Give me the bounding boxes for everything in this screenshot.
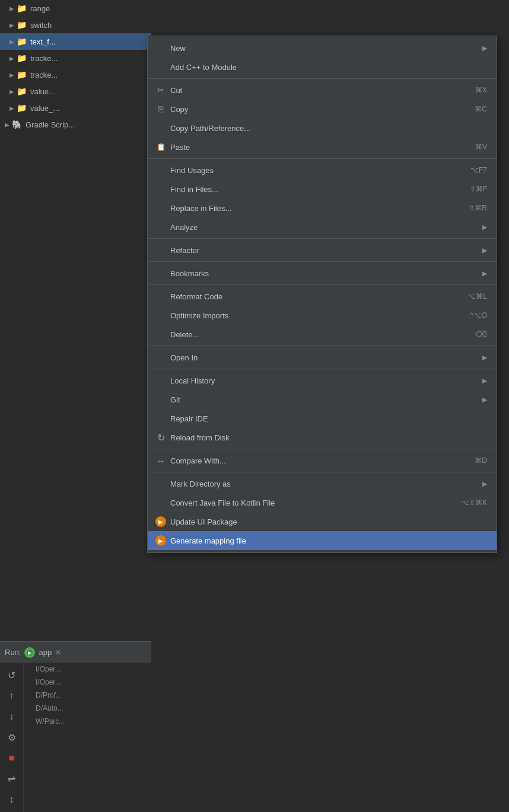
expand-arrow: ▶ (9, 72, 14, 78)
close-button[interactable]: ✕ (55, 648, 61, 657)
expand-arrow: ▶ (9, 39, 14, 45)
tree-item-switch[interactable]: ▶ 📁 switch (0, 17, 151, 33)
menu-item-delete[interactable]: Delete... ⌫ (148, 325, 497, 344)
submenu-arrow: ▶ (482, 377, 487, 385)
log-area: ↺ ↑ ↓ ⚙ ■ ⇌ ↕ I/Oper... I/Oper... D/Prof… (0, 663, 151, 812)
menu-item-cut[interactable]: ✂ Cut ⌘X (148, 81, 497, 100)
convert-shortcut: ⌥⇧⌘K (461, 498, 487, 507)
menu-item-copy-path[interactable]: Copy Path/Reference... (148, 119, 497, 138)
separator (148, 261, 497, 262)
copy-shortcut: ⌘C (475, 105, 487, 113)
folder-icon: 📁 (17, 37, 27, 46)
menu-item-refactor[interactable]: Refactor ▶ (148, 241, 497, 260)
menu-item-analyze-label: Analyze (170, 223, 478, 232)
menu-item-generate-mapping[interactable]: ▶ Generate mapping file (148, 531, 497, 550)
compare-shortcut: ⌘D (475, 456, 487, 465)
menu-item-paste[interactable]: 📋 Paste ⌘V (148, 138, 497, 156)
menu-item-analyze[interactable]: Analyze ▶ (148, 218, 497, 236)
submenu-arrow: ▶ (482, 396, 487, 404)
tree-item-label: range (30, 4, 50, 13)
scroll-down-button[interactable]: ↓ (4, 709, 20, 725)
menu-item-bookmarks[interactable]: Bookmarks ▶ (148, 264, 497, 283)
menu-item-bookmarks-label: Bookmarks (170, 269, 478, 278)
menu-item-replace-in-files[interactable]: Replace in Files... ⇧⌘R (148, 199, 497, 218)
paste-icon: 📋 (155, 143, 167, 151)
separator (148, 346, 497, 346)
menu-item-git[interactable]: Git ▶ (148, 390, 497, 409)
run-bar: Run: ▶ app ✕ (0, 641, 151, 663)
folder-icon: 📁 (17, 87, 27, 96)
menu-item-new[interactable]: New ▶ (148, 39, 497, 57)
tree-item-value2[interactable]: ▶ 📁 value_... (0, 100, 151, 116)
menu-item-compare-label: Compare With... (170, 456, 465, 465)
tree-item-gradle[interactable]: ▶ 🐘 Gradle Scrip... (0, 116, 151, 133)
menu-item-add-cpp[interactable]: Add C++ to Module (148, 57, 497, 76)
separator (148, 449, 497, 449)
menu-item-convert-java[interactable]: Convert Java File to Kotlin File ⌥⇧⌘K (148, 493, 497, 512)
menu-item-convert-label: Convert Java File to Kotlin File (170, 498, 451, 507)
menu-item-replace-label: Replace in Files... (170, 204, 459, 213)
submenu-arrow: ▶ (482, 270, 487, 277)
scroll-up-button[interactable]: ↑ (4, 688, 20, 704)
cut-icon: ✂ (155, 85, 167, 95)
menu-item-reformat-code[interactable]: Reformat Code ⌥⌘L (148, 287, 497, 306)
menu-item-local-history[interactable]: Local History ▶ (148, 371, 497, 390)
run-label: Run: (5, 648, 21, 657)
tree-item-value1[interactable]: ▶ 📁 value... (0, 83, 151, 100)
tree-item-label: switch (30, 21, 52, 30)
menu-item-mark-directory[interactable]: Mark Directory as ▶ (148, 474, 497, 493)
tree-item-tracker2[interactable]: ▶ 📁 tracke... (0, 66, 151, 83)
menu-item-reload-from-disk[interactable]: ↻ Reload from Disk (148, 428, 497, 447)
folder-icon: 📁 (17, 103, 27, 113)
settings-button[interactable]: ⚙ (4, 730, 20, 746)
separator (148, 238, 497, 239)
menu-item-find-usages-label: Find Usages (170, 166, 461, 175)
menu-item-cut-label: Cut (170, 86, 466, 95)
menu-item-generate-mapping-label: Generate mapping file (170, 536, 487, 545)
menu-item-optimize-imports[interactable]: Optimize Imports ^⌥O (148, 306, 497, 325)
submenu-arrow: ▶ (482, 223, 487, 231)
menu-item-reformat-label: Reformat Code (170, 292, 458, 301)
menu-item-copy[interactable]: ⎘ Copy ⌘C (148, 100, 497, 119)
separator (148, 284, 497, 285)
expand-arrow: ▶ (5, 122, 9, 128)
menu-item-git-label: Git (170, 395, 478, 404)
folder-icon: 📁 (17, 20, 27, 30)
menu-item-paste-label: Paste (170, 143, 466, 152)
menu-item-optimize-label: Optimize Imports (170, 311, 460, 320)
menu-item-find-usages[interactable]: Find Usages ⌥F7 (148, 161, 497, 180)
menu-item-repair-ide[interactable]: Repair IDE (148, 409, 497, 428)
tree-item-label: tracke... (30, 71, 58, 79)
menu-item-open-in-label: Open In (170, 353, 478, 362)
submenu-arrow: ▶ (482, 44, 487, 52)
menu-item-open-in[interactable]: Open In ▶ (148, 348, 497, 367)
optimize-shortcut: ^⌥O (470, 311, 487, 319)
menu-item-find-in-files[interactable]: Find in Files... ⇧⌘F (148, 180, 497, 199)
stop-button[interactable]: ■ (4, 750, 20, 766)
wrap-button[interactable]: ⇌ (4, 771, 20, 787)
submenu-arrow: ▶ (482, 354, 487, 362)
tree-item-tracker1[interactable]: ▶ 📁 tracke... (0, 50, 151, 66)
cut-shortcut: ⌘X (475, 86, 487, 94)
tree-item-label: value... (30, 87, 55, 96)
tree-item-range[interactable]: ▶ 📁 range (0, 0, 151, 17)
tree-item-text-field[interactable]: ▶ 📁 text_f... (0, 33, 151, 50)
reformat-shortcut: ⌥⌘L (467, 292, 487, 300)
reload-icon: ↻ (155, 432, 167, 443)
update-ui-icon: ▶ (155, 516, 167, 528)
menu-item-copy-path-label: Copy Path/Reference... (170, 124, 487, 133)
menu-item-update-ui-package[interactable]: ▶ Update UI Package (148, 512, 497, 531)
delete-shortcut: ⌫ (475, 330, 487, 339)
expand-arrow: ▶ (9, 55, 14, 62)
submenu-arrow: ▶ (482, 247, 487, 254)
separator (148, 158, 497, 159)
expand-arrow: ▶ (9, 22, 14, 28)
tree-item-label: text_f... (30, 37, 56, 46)
menu-item-mark-directory-label: Mark Directory as (170, 479, 478, 488)
pin-button[interactable]: ↕ (4, 791, 20, 807)
expand-arrow: ▶ (9, 5, 14, 12)
svg-text:▶: ▶ (28, 650, 32, 656)
menu-item-copy-label: Copy (170, 105, 465, 114)
menu-item-compare-with[interactable]: ↔ Compare With... ⌘D (148, 451, 497, 470)
rerun-button[interactable]: ↺ (4, 667, 20, 683)
